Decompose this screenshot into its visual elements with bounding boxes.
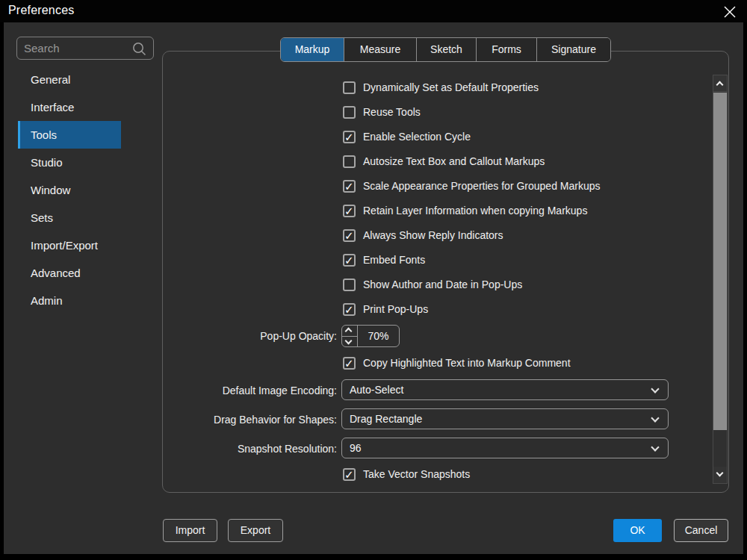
- checkbox[interactable]: ✓: [343, 180, 356, 193]
- checkmark-icon: ✓: [344, 179, 354, 193]
- checkbox-label: Show Author and Date in Pop-Ups: [363, 279, 522, 290]
- search-input[interactable]: [24, 37, 132, 59]
- checkbox-label: Always Show Reply Indicators: [363, 229, 503, 241]
- checkmark-icon: ✓: [344, 130, 354, 144]
- stepper-up-button[interactable]: [342, 326, 357, 337]
- checkmark-icon: ✓: [344, 356, 354, 370]
- checkbox-row-reuse-tools[interactable]: Reuse Tools: [343, 100, 421, 124]
- checkbox-label: Print Pop-Ups: [363, 303, 428, 315]
- checkbox-label: Enable Selection Cycle: [363, 131, 471, 143]
- checkbox-label: Scale Appearance Properties for Grouped …: [363, 180, 601, 192]
- checkbox-label: Autosize Text Box and Callout Markups: [363, 155, 545, 167]
- checkbox[interactable]: [343, 81, 356, 94]
- checkbox[interactable]: ✓: [343, 229, 356, 242]
- sidebar-item-window[interactable]: Window: [18, 176, 121, 204]
- chevron-down-icon: [651, 414, 659, 422]
- checkbox[interactable]: ✓: [343, 468, 356, 481]
- checkmark-icon: ✓: [344, 253, 354, 267]
- checkbox[interactable]: [343, 155, 356, 168]
- checkbox-label: Take Vector Snapshots: [363, 468, 470, 480]
- sidebar-item-general[interactable]: General: [18, 66, 121, 93]
- checkbox[interactable]: ✓: [343, 131, 356, 143]
- checkbox-row-autosize-text-box-and-callout-markups[interactable]: Autosize Text Box and Callout Markups: [343, 149, 545, 173]
- preferences-window: Preferences GeneralInterfaceToolsStudioW…: [0, 0, 747, 560]
- sidebar-item-studio[interactable]: Studio: [18, 149, 121, 176]
- sidebar-item-interface[interactable]: Interface: [18, 93, 121, 121]
- checkbox[interactable]: ✓: [343, 205, 356, 217]
- checkbox-row-scale-appearance-properties-for-grouped-markups[interactable]: ✓Scale Appearance Properties for Grouped…: [343, 174, 601, 198]
- checkbox-label: Dynamically Set as Default Properties: [363, 81, 539, 93]
- chevron-down-icon: [716, 470, 724, 477]
- scrollbar-down-button[interactable]: [713, 467, 727, 483]
- export-button[interactable]: Export: [228, 519, 283, 542]
- default-image-encoding-label: Default Image Encoding:: [161, 385, 337, 396]
- snapshot-resolution-dropdown[interactable]: 96: [341, 438, 669, 458]
- chevron-down-icon: [651, 443, 659, 451]
- close-icon[interactable]: [722, 4, 737, 19]
- checkbox[interactable]: ✓: [343, 254, 356, 267]
- tab-forms[interactable]: Forms: [477, 38, 537, 61]
- default-image-encoding-dropdown[interactable]: Auto-Select: [341, 379, 669, 400]
- stepper-arrows: [342, 326, 358, 346]
- search-box: [16, 37, 154, 60]
- checkbox-row-dynamically-set-as-default-properties[interactable]: Dynamically Set as Default Properties: [343, 75, 539, 99]
- popup-opacity-value[interactable]: 70%: [358, 326, 399, 346]
- checkbox-row-always-show-reply-indicators[interactable]: ✓Always Show Reply Indicators: [343, 223, 503, 247]
- checkbox-row-copy-highlighted[interactable]: ✓ Copy Highlighted Text into Markup Comm…: [343, 351, 571, 375]
- checkbox-label: Copy Highlighted Text into Markup Commen…: [363, 357, 571, 369]
- popup-opacity-label: Pop-Up Opacity:: [161, 330, 337, 342]
- checkmark-icon: ✓: [344, 204, 354, 218]
- checkbox-row-embed-fonts[interactable]: ✓Embed Fonts: [343, 248, 425, 272]
- checkbox[interactable]: ✓: [343, 303, 356, 316]
- stepper-down-button[interactable]: [342, 337, 357, 347]
- scrollbar-thumb[interactable]: [713, 93, 727, 430]
- tabstrip: MarkupMeasureSketchFormsSignature: [280, 37, 611, 62]
- checkbox-row-enable-selection-cycle[interactable]: ✓Enable Selection Cycle: [343, 125, 471, 149]
- checkbox[interactable]: [343, 106, 356, 119]
- sidebar-item-admin[interactable]: Admin: [18, 287, 121, 314]
- checkbox-row-take-vector-snapshots[interactable]: ✓ Take Vector Snapshots: [343, 462, 470, 486]
- import-button[interactable]: Import: [163, 519, 217, 542]
- popup-opacity-stepper[interactable]: 70%: [341, 325, 400, 347]
- ok-button[interactable]: OK: [613, 519, 662, 542]
- scrollbar-up-button[interactable]: [713, 75, 727, 92]
- drag-behavior-for-shapes-label: Drag Behavior for Shapes:: [161, 414, 337, 426]
- sidebar-item-advanced[interactable]: Advanced: [18, 259, 121, 287]
- checkbox[interactable]: ✓: [343, 357, 356, 370]
- search-icon: [131, 41, 147, 60]
- tab-sketch[interactable]: Sketch: [417, 38, 477, 61]
- chevron-up-icon: [345, 328, 353, 335]
- checkbox-row-show-author-and-date-in-pop-ups[interactable]: Show Author and Date in Pop-Ups: [343, 273, 522, 296]
- titlebar: Preferences: [0, 0, 747, 22]
- checkbox[interactable]: [343, 279, 356, 291]
- cancel-button[interactable]: Cancel: [674, 519, 728, 542]
- checkmark-icon: ✓: [344, 302, 354, 317]
- chevron-down-icon: [651, 385, 659, 393]
- sidebar-item-tools[interactable]: Tools: [18, 121, 121, 149]
- checkbox-label: Reuse Tools: [363, 106, 421, 118]
- tab-signature[interactable]: Signature: [537, 38, 610, 61]
- sidebar: GeneralInterfaceToolsStudioWindowSetsImp…: [18, 66, 130, 314]
- tab-markup[interactable]: Markup: [281, 38, 344, 61]
- checkmark-icon: ✓: [344, 467, 354, 482]
- checkmark-icon: ✓: [344, 228, 354, 243]
- checkbox-row-retain-layer-information-when-copying-markups[interactable]: ✓Retain Layer Information when copying M…: [343, 199, 587, 223]
- checkbox-row-print-pop-ups[interactable]: ✓Print Pop-Ups: [343, 297, 428, 321]
- chevron-down-icon: [345, 337, 353, 344]
- checkbox-label: Retain Layer Information when copying Ma…: [363, 205, 587, 217]
- window-title: Preferences: [8, 4, 74, 17]
- checkbox-label: Embed Fonts: [363, 254, 425, 266]
- sidebar-item-import-export[interactable]: Import/Export: [18, 231, 121, 259]
- vertical-scrollbar[interactable]: [713, 75, 728, 484]
- snapshot-resolution-label: Snapshot Resolution:: [161, 443, 337, 455]
- sidebar-item-sets[interactable]: Sets: [18, 204, 121, 231]
- chevron-up-icon: [716, 81, 724, 89]
- drag-behavior-for-shapes-dropdown[interactable]: Drag Rectangle: [341, 408, 669, 429]
- dialog-body: GeneralInterfaceToolsStudioWindowSetsImp…: [4, 22, 743, 554]
- tab-measure[interactable]: Measure: [344, 38, 417, 61]
